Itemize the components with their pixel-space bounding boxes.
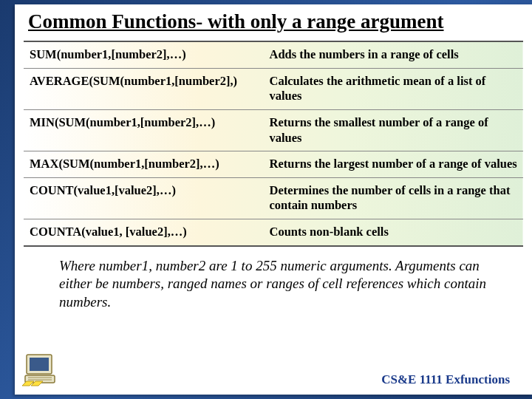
table-row: MIN(SUM(number1,[number2],…) Returns the… — [24, 109, 523, 151]
desc-cell: Returns the largest number of a range of… — [263, 151, 523, 178]
functions-table: SUM(number1,[number2],…) Adds the number… — [24, 41, 523, 247]
footnote-text: Where number1, number2 are 1 to 255 nume… — [59, 257, 502, 312]
fn-cell: SUM(number1,[number2],…) — [24, 41, 263, 68]
desc-cell: Returns the smallest number of a range o… — [263, 109, 523, 151]
desc-cell: Adds the numbers in a range of cells — [263, 41, 523, 68]
fn-cell: MIN(SUM(number1,[number2],…) — [24, 109, 263, 151]
table-row: COUNTA(value1, [value2],…) Counts non-bl… — [24, 219, 523, 246]
fn-cell: COUNTA(value1, [value2],…) — [24, 219, 263, 246]
fn-cell: MAX(SUM(number1,[number2],…) — [24, 151, 263, 178]
svg-rect-1 — [30, 358, 49, 371]
desc-cell: Determines the number of cells in a rang… — [263, 177, 523, 219]
table-row: SUM(number1,[number2],…) Adds the number… — [24, 41, 523, 68]
slide-footer: CS&E 1111 Exfunctions — [381, 372, 510, 387]
computer-icon — [21, 352, 61, 389]
slide-title: Common Functions- with only a range argu… — [15, 4, 532, 36]
slide-body: Common Functions- with only a range argu… — [15, 4, 532, 395]
desc-cell: Counts non-blank cells — [263, 219, 523, 246]
table-row: AVERAGE(SUM(number1,[number2],) Calculat… — [24, 68, 523, 109]
fn-cell: COUNT(value1,[value2],…) — [24, 177, 263, 219]
table-row: MAX(SUM(number1,[number2],…) Returns the… — [24, 151, 523, 178]
desc-cell: Calculates the arithmetic mean of a list… — [263, 68, 523, 109]
table-row: COUNT(value1,[value2],…) Determines the … — [24, 177, 523, 219]
fn-cell: AVERAGE(SUM(number1,[number2],) — [24, 68, 263, 109]
